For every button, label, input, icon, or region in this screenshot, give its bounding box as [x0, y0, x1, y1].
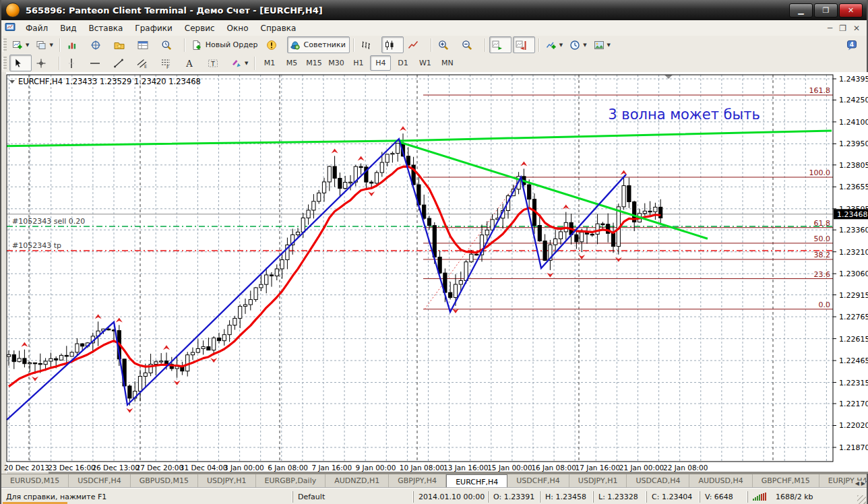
clock-icon	[569, 40, 580, 51]
timeframe-w1-button[interactable]: W1	[414, 55, 435, 71]
chart-tab-usdchf-h4[interactable]: USDCHF,H4	[69, 474, 131, 489]
strategy-tester-button[interactable]	[158, 36, 181, 53]
timeframe-mn-button[interactable]: MN	[437, 55, 458, 71]
chart-shift-button[interactable]	[513, 36, 535, 53]
fibonacci-button[interactable]: F	[158, 55, 180, 71]
menu-окно[interactable]: Окно	[221, 22, 255, 35]
indicators-button[interactable]: ▼	[543, 36, 565, 53]
svg-text:1.23950: 1.23950	[839, 139, 868, 148]
magnifier-clock-icon	[161, 40, 172, 51]
child-minimize-button[interactable]: ─	[828, 24, 832, 33]
text-label-button[interactable]: T	[205, 55, 227, 71]
maximize-button[interactable]: ❐	[814, 3, 838, 18]
template-icon	[594, 40, 604, 51]
toolbar-grip[interactable]	[3, 57, 7, 70]
linechart-icon	[408, 40, 418, 51]
chart-tab-eurusd-m15[interactable]: EURUSD,M15	[1, 474, 69, 489]
profiles-button[interactable]: ▼	[33, 36, 55, 53]
chevron-down-icon[interactable]: ▼	[49, 42, 53, 48]
candles-mode-button[interactable]	[381, 36, 404, 53]
chart-tab-gbpchf-m15[interactable]: GBPCHF,M15	[753, 474, 819, 489]
auto-scroll-button[interactable]	[489, 36, 512, 53]
cursor-button[interactable]	[9, 55, 32, 71]
menu-справка[interactable]: Справка	[255, 22, 303, 35]
chart-tab-usdchf-h4[interactable]: USDCHF,H4	[507, 474, 569, 489]
favorites-icon	[114, 40, 125, 51]
chart-tab-usdcad-h4[interactable]: USDCAD,H4	[627, 474, 689, 489]
periods-button[interactable]: ▼	[567, 36, 589, 53]
fib-label: 161.8	[809, 86, 831, 95]
new-order-label: Новый Ордер	[204, 40, 259, 49]
menu-вставка[interactable]: Вставка	[82, 22, 129, 35]
toolbar-separator	[353, 38, 354, 52]
trendline-button[interactable]	[111, 55, 133, 71]
timeframe-m1-button[interactable]: M1	[259, 55, 280, 71]
chevron-down-icon[interactable]: ▼	[245, 61, 248, 66]
chart-tab-eurchf-h4[interactable]: EURCHF,H4	[446, 474, 507, 489]
expert-advisors-button[interactable]: Советники	[287, 36, 350, 53]
mailbox-button[interactable]: 4	[844, 36, 866, 53]
chart-tab-usdjpy-h1[interactable]: USDJPY,H1	[198, 474, 256, 489]
price-chart[interactable]: 161.8100.061.850.038.223.60.0#1052343 se…	[1, 72, 868, 474]
crosshair-button[interactable]	[33, 55, 55, 71]
arrows-button[interactable]: ▼	[228, 55, 251, 71]
resize-grip[interactable]	[857, 495, 866, 504]
timeframe-m5-button[interactable]: M5	[281, 55, 302, 71]
text-button[interactable]: A	[181, 55, 204, 71]
chevron-down-icon[interactable]: ▼	[607, 42, 611, 48]
minimize-button[interactable]: ▁	[789, 3, 813, 18]
svg-text:1.23655: 1.23655	[839, 183, 868, 191]
timeframe-h1-button[interactable]: H1	[348, 55, 369, 71]
timeframe-h4-button[interactable]: H4	[370, 55, 391, 71]
shift-icon	[516, 40, 526, 51]
timeframe-d1-button[interactable]: D1	[392, 55, 413, 71]
market-watch-button[interactable]	[64, 36, 86, 53]
chevron-down-icon[interactable]: ▼	[26, 42, 29, 48]
terminal-button[interactable]	[135, 36, 157, 53]
equidistant-channel-button[interactable]: E	[134, 55, 156, 71]
tabs-scroll-left-icon[interactable]: ◀	[855, 480, 859, 486]
menu-вид[interactable]: Вид	[54, 22, 82, 35]
timeframe-m15-button[interactable]: M15	[303, 55, 324, 71]
chart-tab-audusd-h4[interactable]: AUDUSD,H4	[689, 474, 752, 489]
child-close-button[interactable]: ✕	[853, 24, 860, 33]
menu-файл[interactable]: Файл	[20, 22, 54, 35]
chart-tab-gbpjpy-h4[interactable]: GBPJPY,H4	[389, 474, 446, 489]
child-restore-button[interactable]: ❐	[839, 24, 846, 33]
new-chart-button[interactable]: ▼	[9, 36, 32, 53]
order-tp-label: #1052343 tp	[12, 241, 61, 250]
important-button[interactable]	[264, 36, 286, 53]
status-traffic: 1688/2 kb	[776, 493, 813, 501]
chevron-down-icon[interactable]: ▼	[559, 42, 563, 48]
time-axis-label: 26 Dec 13:00	[92, 464, 140, 472]
time-axis-label: 23 Dec 16:00	[48, 464, 96, 472]
horizontal-line-button[interactable]	[87, 55, 109, 71]
chevron-down-icon[interactable]: ▼	[583, 42, 586, 48]
bars-icon	[361, 40, 371, 51]
chart-tab-audnzd-h1[interactable]: AUDNZD,H1	[326, 474, 389, 489]
chart-tab-eurgbp-daily[interactable]: EURGBP,Daily	[256, 474, 326, 489]
templates-button[interactable]: ▼	[591, 36, 613, 53]
menu-графики[interactable]: Графики	[129, 22, 178, 35]
close-button[interactable]: ✕	[839, 3, 863, 18]
bars-mode-button[interactable]	[358, 36, 380, 53]
svg-text:1.22020: 1.22020	[839, 421, 868, 430]
status-profile[interactable]: Default	[292, 491, 413, 503]
zoom-in-button[interactable]	[435, 36, 458, 53]
toolbar-grip[interactable]	[3, 38, 7, 52]
new-order-button[interactable]: Новый Ордер	[189, 36, 262, 53]
tabs-scroll-right-icon[interactable]: ▶	[861, 480, 865, 486]
svg-text:1.23468: 1.23468	[837, 210, 868, 219]
data-window-button[interactable]	[88, 36, 110, 53]
status-open: O: 1.23391	[488, 491, 540, 503]
status-help-text: Для справки, нажмите F1	[1, 491, 292, 503]
timeframe-m30-button[interactable]: M30	[326, 55, 346, 71]
vertical-line-button[interactable]	[63, 55, 86, 71]
chart-tab-usdjpy-h1[interactable]: USDJPY,H1	[569, 474, 627, 489]
chart-tab-gbpusd-m15[interactable]: GBPUSD,M15	[131, 474, 198, 489]
menu-сервис[interactable]: Сервис	[179, 22, 221, 35]
navigator-button[interactable]	[111, 36, 133, 53]
zoom-out-button[interactable]	[459, 36, 481, 53]
zoom-out-icon	[462, 40, 472, 51]
line-mode-button[interactable]	[405, 36, 427, 53]
